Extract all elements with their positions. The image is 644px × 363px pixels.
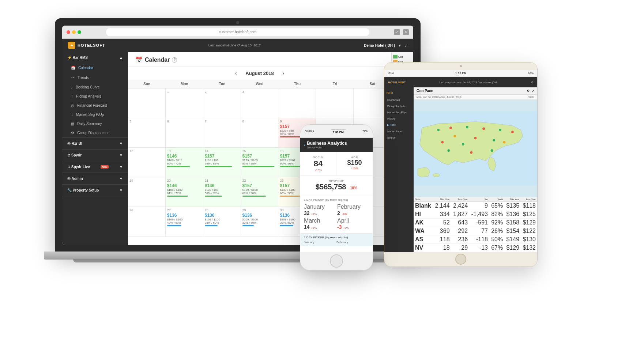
tablet-sidebar-pickup[interactable]: Pickup Analysis xyxy=(384,103,414,109)
pickup-title: 1 DAY PICKUP (by room nights) xyxy=(304,198,369,201)
sidebar-header-property[interactable]: 🔧 Property Setup ▼ xyxy=(62,185,128,196)
cal-cell-6[interactable]: 6 xyxy=(166,118,203,147)
sidebar-item-pickup[interactable]: T Pickup Analysis xyxy=(62,92,128,101)
next-month-button[interactable]: › xyxy=(280,69,287,77)
calendar-label: Calendar xyxy=(78,66,93,70)
prev-month-button[interactable]: ‹ xyxy=(232,69,240,77)
svg-point-6 xyxy=(499,129,501,131)
rzr-bi-label: ◎ Rzr BI xyxy=(67,141,82,145)
rzr-rms-label: ⚡ Rzr RMS xyxy=(67,56,88,60)
header-hotel: Demo Hotel ( DH ) ▼ ⤢ xyxy=(364,44,407,48)
sidebar-item-booking-curve[interactable]: ♪ Booking Curve xyxy=(62,83,128,92)
view-type: State xyxy=(528,96,534,98)
minimize-button[interactable] xyxy=(72,30,76,34)
phone-time: 2:38 PM xyxy=(333,131,344,134)
cal-cell-28[interactable]: 28 $136 $109 / $100 38% / 60% xyxy=(203,207,241,236)
cal-cell-5[interactable]: 5 xyxy=(128,118,166,147)
tablet-sidebar-market-pace[interactable]: Market Pace xyxy=(384,128,414,135)
cal-cell-2[interactable]: 2 xyxy=(203,88,241,118)
financial-icon: ◎ xyxy=(71,103,74,107)
cal-cell-8[interactable]: 8 xyxy=(241,118,279,147)
pickup-icon: T xyxy=(71,94,73,98)
cal-cell-21[interactable]: 21 $146 $139 / $93 50% / 78% xyxy=(203,177,241,207)
phone-home-button[interactable] xyxy=(300,252,373,270)
spydr-label: ⊙ Spydr xyxy=(67,153,82,157)
home-button-circle[interactable] xyxy=(330,254,343,268)
calendar-month: August 2018 xyxy=(245,71,274,76)
maximize-button[interactable] xyxy=(78,30,81,34)
laptop-base xyxy=(44,252,432,260)
cal-cell-15[interactable]: 15 $157 $229 / $103 93% / 98% xyxy=(241,148,279,177)
cal-cell-20[interactable]: 20 $146 $109 / $102 61% / 77% xyxy=(166,177,203,207)
cal-cell-12[interactable]: 12 xyxy=(128,148,166,177)
close-button[interactable] xyxy=(67,30,70,34)
svg-point-12 xyxy=(462,143,464,145)
tablet-expand-btn[interactable]: ⤢ xyxy=(532,89,534,92)
tablet-home-button-circle[interactable] xyxy=(455,254,466,265)
sidebar-item-market[interactable]: T Market Seg P/Up xyxy=(62,110,128,119)
tablet-sidebar-market[interactable]: Market Seg P/tp xyxy=(384,109,414,116)
sidebar-header-spydr[interactable]: ⊙ Spydr ▼ xyxy=(62,150,128,161)
cal-cell-13[interactable]: 13 $146 $109 / $111 66% / 72% xyxy=(166,148,203,177)
cal-cell-27[interactable]: 27 $136 $109 / $100 42% / 60% xyxy=(166,207,203,236)
sidebar-header-rzr-rms[interactable]: ⚡ Rzr RMS ▲ xyxy=(62,52,128,63)
cal-day-fri: Fri xyxy=(316,80,354,88)
cal-cell-14[interactable]: 14 $157 $139 / $93 79% / 83% xyxy=(203,148,241,177)
cal-cell-7[interactable]: 7 xyxy=(203,118,241,147)
settings-icon[interactable]: ⚙ xyxy=(403,29,409,35)
cal-cell-19[interactable]: 19 xyxy=(128,177,166,207)
url-bar[interactable]: customer.hotelsoft.com xyxy=(106,28,369,36)
svg-point-15 xyxy=(470,151,472,154)
tablet-logo: HOTELSOFT xyxy=(388,81,406,84)
admin-label: ◎ Admin xyxy=(67,177,83,181)
col-ly: Last Year xyxy=(451,197,469,202)
col-var: Var xyxy=(469,197,489,202)
collapse-bi-icon: ▼ xyxy=(119,141,123,145)
cal-week-1: 1 2 3 xyxy=(128,88,391,118)
hotelsoft-logo: ✦ HOTELSOFT xyxy=(68,42,105,49)
pickup-item-jan: January 32 ↓6% xyxy=(304,204,336,216)
sidebar-item-financial[interactable]: ◎ Financial Forecast xyxy=(62,101,128,110)
traffic-lights xyxy=(67,30,81,34)
stats-row-hi: HI 334 1,827 -1,493 82% $136 $125 xyxy=(414,210,537,219)
tablet-sidebar-history[interactable]: History xyxy=(384,116,414,122)
trends-icon: 〜 xyxy=(71,75,75,80)
financial-label: Financial Forecast xyxy=(77,103,107,107)
phone-back-icon[interactable]: ‹ xyxy=(304,143,305,148)
cal-cell-26[interactable]: 26 xyxy=(128,207,166,236)
sidebar-header-spydr-live[interactable]: ⊙ Spydr Live New ▼ xyxy=(62,161,128,173)
tablet-sidebar-source[interactable]: Source xyxy=(384,135,414,141)
tablet-app-header: HOTELSOFT Last snapshot date: Jan 04, 20… xyxy=(384,77,537,87)
cal-cell-3[interactable]: 3 xyxy=(241,88,279,118)
tablet-settings-icon[interactable]: ⚙ xyxy=(531,81,534,84)
tablet-date-filter: Mon, Jun 04, 2018 to Sat, Jun 30, 2018 S… xyxy=(414,95,537,100)
sidebar-header-rzr-bi[interactable]: ◎ Rzr BI ▼ xyxy=(62,138,128,149)
fullscreen-icon[interactable]: ⤢ xyxy=(394,29,400,35)
svg-point-7 xyxy=(511,131,514,133)
collapse-spydr-live-icon: ▼ xyxy=(119,165,123,169)
header-snapshot: Last snapshot date ⏱ Aug 10, 2017 xyxy=(110,44,359,47)
stats-row-blank: Blank 2,144 2,424 9 65% $135 $118 xyxy=(414,202,537,210)
svg-point-14 xyxy=(447,149,450,152)
tablet-home-button[interactable] xyxy=(384,252,537,266)
spydr-live-label: ⊙ Spydr Live xyxy=(67,165,90,169)
expand-icon[interactable]: ⤢ xyxy=(404,44,407,48)
stats-row-as: AS 118 236 -118 50% $149 $130 xyxy=(414,235,537,244)
cal-day-thu: Thu xyxy=(278,80,316,88)
phone-app-header: ‹ Business Analytics Demo Hotel xyxy=(300,138,373,152)
sidebar-item-daily[interactable]: ▦ Daily Summary xyxy=(62,119,128,128)
tablet-cam-dot xyxy=(460,65,462,67)
dropdown-icon[interactable]: ▼ xyxy=(398,44,402,48)
cal-cell-22[interactable]: 22 $157 $139 / $100 69% / 90% xyxy=(241,177,279,207)
sidebar-header-admin[interactable]: ◎ Admin ▼ xyxy=(62,173,128,184)
date-range: Mon, Jun 04, 2018 to Sat, Jun 30, 2018 xyxy=(417,96,462,98)
cal-cell-1[interactable]: 1 xyxy=(166,88,203,118)
tablet-sidebar-dashboard[interactable]: Dashboard xyxy=(384,97,414,103)
tablet-sidebar-pace[interactable]: ▶ Pace xyxy=(384,122,414,128)
sidebar-item-trends[interactable]: 〜 Trends xyxy=(62,72,128,83)
occ-change: ↓10% xyxy=(304,169,332,172)
tablet-settings-btn[interactable]: ⚙ xyxy=(527,89,530,92)
cal-cell-29[interactable]: 29 $136 $109 / $100 33% / 60% xyxy=(241,207,279,236)
sidebar-item-group[interactable]: ⚙ Group Displacement xyxy=(62,128,128,137)
sidebar-item-calendar[interactable]: 📅 Calendar xyxy=(62,63,128,72)
